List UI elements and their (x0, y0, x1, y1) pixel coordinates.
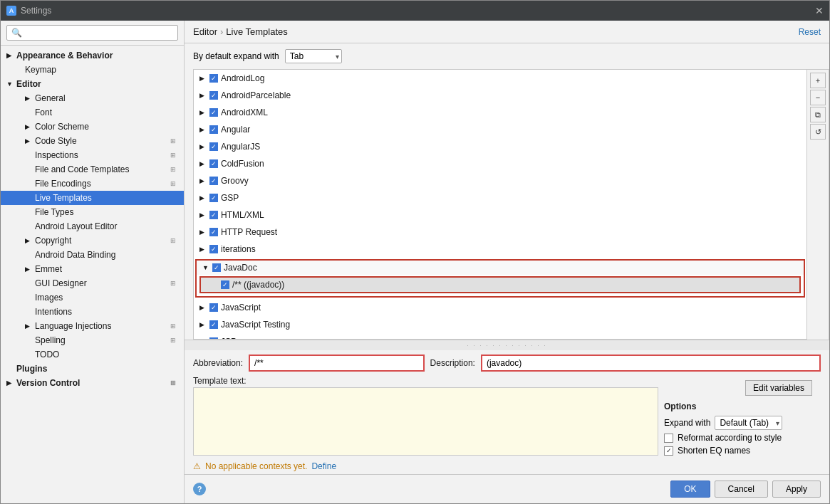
sidebar-item-intentions[interactable]: Intentions (1, 305, 184, 319)
sidebar-item-plugins[interactable]: Plugins (1, 362, 184, 376)
breadcrumb: Editor › Live Templates (193, 26, 288, 37)
sidebar-item-images[interactable]: Images (1, 290, 184, 305)
apply-button[interactable]: Apply (772, 481, 821, 498)
sidebar-item-livetemplates[interactable]: Live Templates (1, 191, 184, 205)
template-group-androidlog: ▶ ✓ AndroidLog (194, 70, 806, 87)
sidebar-item-codestyle[interactable]: ▶ Code Style ⊞ (1, 134, 184, 148)
sidebar-item-languageinjections[interactable]: ▶ Language Injections ⊞ (1, 319, 184, 333)
template-group-header-javascript[interactable]: ▶ ✓ JavaScript (194, 300, 806, 315)
expand-with-select-wrapper: Default (Tab) Tab Enter Space (715, 416, 782, 430)
sidebar-item-copyright[interactable]: ▶ Copyright ⊞ (1, 233, 184, 248)
reset-link[interactable]: Reset (799, 27, 821, 37)
template-group-header-androidparcelable[interactable]: ▶ ✓ AndroidParcelable (194, 88, 806, 103)
sidebar-label: File and Code Templates (35, 164, 130, 174)
group-checkbox[interactable]: ✓ (209, 91, 218, 100)
template-group-header-httprequest[interactable]: ▶ ✓ HTTP Request (194, 225, 806, 239)
cancel-button[interactable]: Cancel (715, 481, 768, 498)
group-label: GSP (221, 193, 239, 203)
abbreviation-label: Abbreviation: (193, 358, 243, 368)
group-checkbox[interactable]: ✓ (209, 142, 218, 151)
sidebar-item-appearance[interactable]: ▶ Appearance & Behavior (1, 48, 184, 63)
template-group-header-iterations[interactable]: ▶ ✓ iterations (194, 242, 806, 256)
close-button[interactable]: ✕ (815, 6, 824, 16)
group-checkbox[interactable]: ✓ (209, 228, 218, 236)
template-text-options-row: Template text: Edit variables Options Ex… (185, 376, 829, 458)
templates-list[interactable]: ▶ ✓ AndroidLog ▶ ✓ AndroidParcelable (193, 69, 807, 340)
template-text-input[interactable] (193, 387, 658, 456)
expand-with-select[interactable]: Default (Tab) Tab Enter Space (715, 416, 782, 430)
shorten-checkbox[interactable]: ✓ (664, 446, 673, 456)
template-group-header-jsp[interactable]: ▶ ✓ JSP (194, 335, 806, 340)
sidebar-item-editor[interactable]: ▼ Editor (1, 77, 184, 91)
group-checkbox[interactable]: ✓ (209, 337, 218, 340)
template-group-header-javascripttesting[interactable]: ▶ ✓ JavaScript Testing (194, 317, 806, 332)
arrow-icon: ▶ (25, 237, 32, 244)
template-group-header-coldfusion[interactable]: ▶ ✓ ColdFusion (194, 157, 806, 171)
javadoc-item-container: ✓ /** ((javadoc)) (199, 276, 801, 293)
ok-button[interactable]: OK (670, 481, 710, 498)
reformat-checkbox[interactable] (664, 434, 673, 443)
sidebar-item-todo[interactable]: TODO (1, 347, 184, 362)
sidebar-item-androidlayout[interactable]: Android Layout Editor (1, 219, 184, 233)
badge-icon: ⊞ (168, 278, 178, 288)
template-group-header-htmlxml[interactable]: ▶ ✓ HTML/XML (194, 208, 806, 222)
badge-icon: ⊞ (168, 321, 178, 331)
group-checkbox-javadoc[interactable]: ✓ (212, 263, 221, 272)
drag-handle[interactable]: · · · · · · · · · · · · · (185, 340, 829, 350)
sidebar-item-font[interactable]: Font (1, 105, 184, 120)
sidebar-item-fileandcode[interactable]: File and Code Templates ⊞ (1, 162, 184, 177)
item-checkbox-javadoc[interactable]: ✓ (221, 280, 229, 289)
search-input[interactable] (6, 25, 178, 41)
group-checkbox[interactable]: ✓ (209, 303, 218, 312)
template-text-col: Template text: (193, 376, 658, 456)
template-group-header-gsp[interactable]: ▶ ✓ GSP (194, 191, 806, 205)
help-button[interactable]: ? (193, 483, 206, 495)
sidebar-item-versioncontrol[interactable]: ▶ Version Control ⊞ (1, 376, 184, 390)
abbreviation-input[interactable] (249, 355, 425, 372)
group-checkbox[interactable]: ✓ (209, 177, 218, 185)
sidebar: ▶ Appearance & Behavior Keymap ▼ Editor … (1, 21, 185, 503)
define-link[interactable]: Define (311, 461, 336, 471)
group-checkbox[interactable]: ✓ (209, 108, 218, 117)
sidebar-item-filetypes[interactable]: File Types (1, 205, 184, 219)
template-group-header-angular[interactable]: ▶ ✓ Angular (194, 122, 806, 137)
undo-template-button[interactable]: ↺ (810, 124, 826, 140)
sidebar-item-emmet[interactable]: ▶ Emmet (1, 262, 184, 276)
sidebar-item-inspections[interactable]: Inspections ⊞ (1, 148, 184, 162)
sidebar-item-colorscheme[interactable]: ▶ Color Scheme (1, 120, 184, 134)
group-checkbox[interactable]: ✓ (209, 159, 218, 168)
template-group-header-groovy[interactable]: ▶ ✓ Groovy (194, 174, 806, 188)
remove-template-button[interactable]: − (810, 90, 826, 105)
sidebar-label: Intentions (35, 307, 72, 317)
group-checkbox[interactable]: ✓ (209, 245, 218, 253)
main-header: Editor › Live Templates Reset (185, 21, 829, 43)
edit-variables-button[interactable]: Edit variables (745, 380, 812, 396)
group-checkbox[interactable]: ✓ (209, 211, 218, 219)
group-checkbox[interactable]: ✓ (209, 194, 218, 202)
badge-icon: ⊞ (168, 136, 178, 146)
main-content: Editor › Live Templates Reset By default… (185, 21, 829, 503)
copy-template-button[interactable]: ⧉ (810, 107, 826, 122)
sidebar-item-spelling[interactable]: Spelling ⊞ (1, 333, 184, 347)
description-input[interactable] (481, 355, 821, 372)
expand-select[interactable]: Tab Enter Space (285, 49, 342, 63)
template-group-header-androidxml[interactable]: ▶ ✓ AndroidXML (194, 105, 806, 120)
template-item-javadoc[interactable]: ✓ /** ((javadoc)) (201, 278, 799, 292)
arrow-icon: ▶ (6, 379, 14, 387)
sidebar-item-guidesigner[interactable]: GUI Designer ⊞ (1, 276, 184, 290)
title-bar: A Settings ✕ (1, 1, 829, 21)
badge-icon: ⊞ (168, 150, 178, 160)
sidebar-item-fileencodings[interactable]: File Encodings ⊞ (1, 177, 184, 191)
template-group-header-javadoc[interactable]: ▼ ✓ JavaDoc (197, 261, 804, 275)
group-checkbox-androidlog[interactable]: ✓ (209, 74, 218, 83)
template-group-header-angularjs[interactable]: ▶ ✓ AngularJS (194, 140, 806, 154)
sidebar-item-androiddatabinding[interactable]: Android Data Binding (1, 248, 184, 262)
sidebar-item-general[interactable]: ▶ General (1, 91, 184, 105)
add-template-button[interactable]: + (810, 73, 826, 88)
arrow-icon: ▶ (25, 95, 32, 102)
template-group-header-androidlog[interactable]: ▶ ✓ AndroidLog (194, 71, 806, 85)
template-group-coldfusion: ▶ ✓ ColdFusion (194, 155, 806, 172)
group-checkbox[interactable]: ✓ (209, 125, 218, 134)
group-checkbox[interactable]: ✓ (209, 320, 218, 329)
sidebar-item-keymap[interactable]: Keymap (1, 63, 184, 77)
